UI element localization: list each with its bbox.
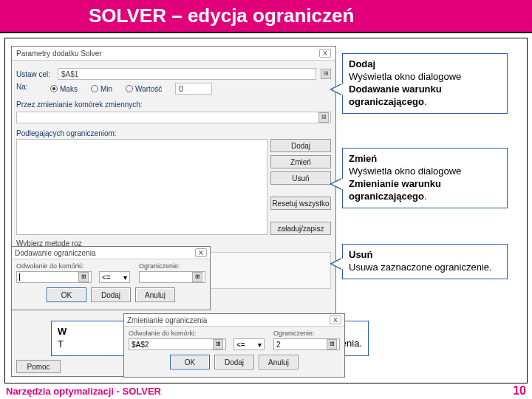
set-objective-label: Ustaw cel:: [16, 70, 53, 78]
change-constraint-dialog: Zmienianie ograniczenia X Odwołanie do k…: [123, 313, 345, 378]
add-constraint-dialog: Dodawanie ograniczenia X Odwołanie do ko…: [11, 246, 211, 310]
changing-cells-field[interactable]: ⊞: [16, 112, 331, 123]
close-icon[interactable]: X: [319, 49, 331, 58]
value-field[interactable]: 0: [175, 83, 212, 95]
dialog-title: Parametry dodatku Solver: [16, 50, 102, 58]
operator-select[interactable]: <=▾: [233, 338, 265, 350]
cell-ref-field[interactable]: ⊞: [16, 271, 92, 283]
radio-min[interactable]: Min: [91, 83, 112, 95]
add-button[interactable]: Dodaj: [91, 287, 131, 302]
add-button[interactable]: Dodaj: [270, 139, 331, 152]
changing-cells-label: Przez zmienianie komórek zmiennych:: [16, 100, 331, 109]
slide-title: SOLVER – edycja ograniczeń: [0, 0, 532, 33]
range-picker-icon[interactable]: ⊞: [78, 272, 89, 282]
constraint-field[interactable]: 2⊞: [273, 338, 340, 350]
constraint-field[interactable]: ⊞: [139, 271, 205, 283]
set-objective-field[interactable]: $A$1: [58, 68, 316, 80]
chevron-down-icon: ▾: [123, 273, 127, 282]
operator-select[interactable]: <=▾: [99, 271, 130, 283]
cancel-button[interactable]: Anuluj: [259, 355, 299, 369]
constraints-list[interactable]: [16, 139, 267, 235]
to-label: Na:: [16, 83, 37, 95]
objective-type: Na: Maks Min Wartość 0: [41, 83, 331, 95]
dialog-titlebar: Parametry dodatku Solver X: [12, 47, 335, 61]
range-picker-icon[interactable]: ⊞: [213, 339, 223, 349]
help-button[interactable]: Pomoc: [16, 360, 61, 373]
cell-ref-field[interactable]: $A$2⊞: [129, 338, 226, 350]
range-picker-icon[interactable]: ⊞: [192, 272, 202, 282]
page-number: 10: [513, 384, 526, 398]
delete-button[interactable]: Usuń: [270, 171, 331, 185]
callout-usun: Usuń Usuwa zaznaczone ograniczenie.: [342, 244, 508, 279]
radio-max[interactable]: Maks: [50, 83, 78, 95]
radio-value[interactable]: Wartość: [126, 83, 162, 95]
constraints-label: Podlegających ograniczeniom:: [16, 129, 331, 137]
reset-button[interactable]: Resetuj wszystko: [270, 197, 331, 210]
footer-text: Narzędzia optymalizacji - SOLVER: [6, 386, 161, 397]
footer: Narzędzia optymalizacji - SOLVER 10: [6, 384, 526, 398]
range-picker-icon[interactable]: ⊞: [321, 69, 331, 79]
add-button[interactable]: Dodaj: [214, 355, 254, 369]
ok-button[interactable]: OK: [47, 287, 86, 302]
callout-zmien: Zmień Wyświetla okno dialogowe Zmieniani…: [342, 148, 508, 208]
dialog-title: Zmienianie ograniczenia: [127, 316, 207, 324]
content-frame: Parametry dodatku Solver X Ustaw cel: $A…: [4, 38, 528, 383]
constraint-label: Ograniczenie:: [273, 330, 340, 337]
range-picker-icon[interactable]: ⊞: [318, 112, 329, 123]
chevron-down-icon: ▾: [258, 341, 262, 349]
change-button[interactable]: Zmień: [270, 155, 331, 168]
close-icon[interactable]: X: [330, 316, 341, 324]
constraint-label: Ograniczenie:: [139, 262, 205, 270]
ok-button[interactable]: OK: [170, 355, 210, 369]
cell-ref-label: Odwołanie do komórki:: [16, 262, 92, 270]
callout-dodaj: Dodaj Wyświetla okno dialogowe Dodawanie…: [342, 53, 508, 114]
dialog-title: Dodawanie ograniczenia: [15, 249, 96, 257]
close-icon[interactable]: X: [195, 248, 207, 257]
range-picker-icon[interactable]: ⊞: [327, 339, 337, 349]
cell-ref-label: Odwołanie do komórki:: [129, 330, 226, 337]
loadsave-button[interactable]: załaduj/zapisz: [270, 222, 331, 235]
slide-body: Parametry dodatku Solver X Ustaw cel: $A…: [0, 33, 532, 388]
cancel-button[interactable]: Anuluj: [135, 287, 175, 302]
